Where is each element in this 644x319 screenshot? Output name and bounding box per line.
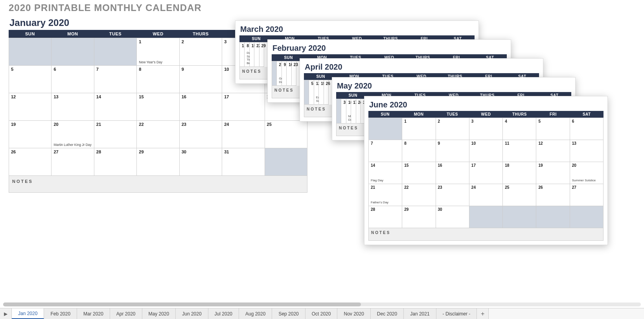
calendar-cell[interactable]: 14Flag Day — [369, 162, 402, 184]
calendar-cell[interactable]: 19 — [9, 121, 52, 148]
calendar-cell[interactable]: 3 — [469, 118, 503, 140]
day-number: 15 — [139, 94, 144, 99]
day-note: Martin Luther King Jr Day — [53, 143, 92, 147]
calendar-cell[interactable]: 2Groundhog Day — [277, 61, 282, 86]
sheet-tab-bar: ▶ Jan 2020Feb 2020Mar 2020Apr 2020May 20… — [0, 308, 644, 319]
add-sheet-button[interactable]: + — [477, 308, 489, 319]
calendar-cell[interactable]: 7 — [369, 140, 402, 162]
calendar-cell[interactable]: 16 — [436, 162, 469, 184]
calendar-cell[interactable]: 14 — [94, 93, 137, 121]
day-note: Daylight Savings Time Begins — [247, 52, 248, 65]
calendar-cell[interactable]: 6 — [570, 118, 604, 140]
sheet-tab[interactable]: Nov 2020 — [337, 308, 370, 319]
scrollbar-thumb[interactable] — [3, 302, 361, 306]
calendar-cell[interactable]: 19 — [319, 80, 324, 105]
calendar-cell[interactable]: 29 — [137, 148, 179, 176]
calendar-cell[interactable]: 1 — [240, 42, 245, 67]
calendar-cell[interactable]: 28 — [94, 148, 137, 176]
calendar-cell[interactable]: 20Martin Luther King Jr Day — [52, 121, 94, 148]
calendar-cell-blank — [369, 118, 402, 140]
calendar-cell[interactable]: 15 — [402, 162, 436, 184]
day-number: 22 — [404, 185, 408, 190]
calendar-cell[interactable]: 8 — [137, 66, 179, 93]
calendar-cell[interactable]: 17 — [469, 162, 503, 184]
calendar-cell[interactable]: 20Summer Solstice — [570, 162, 604, 184]
calendar-cell[interactable]: 9 — [180, 66, 222, 93]
calendar-cell[interactable]: 29 — [259, 42, 264, 67]
calendar-cell[interactable]: 10Mother's Day — [346, 99, 351, 124]
calendar-cell[interactable]: 15 — [137, 93, 179, 121]
day-number: 8 — [139, 67, 141, 72]
sheet-tab[interactable]: Jan 2021 — [404, 308, 436, 319]
calendar-cell[interactable]: 26 — [324, 80, 329, 105]
calendar-cell[interactable]: 23 — [180, 121, 222, 148]
calendar-cell[interactable]: 16 — [180, 93, 222, 121]
calendar-cell[interactable]: 12 — [9, 93, 52, 121]
tab-nav-button[interactable]: ▶ — [0, 308, 12, 319]
calendar-cell[interactable]: 29 — [402, 206, 436, 228]
sheet-tab[interactable]: Jul 2020 — [208, 308, 239, 319]
calendar-cell[interactable]: 5 — [9, 66, 52, 93]
calendar-cell[interactable]: 24 — [469, 184, 503, 206]
sheet-tab[interactable]: Feb 2020 — [44, 308, 77, 319]
calendar-cell[interactable]: 21 — [94, 121, 137, 148]
calendar-cell[interactable]: 10 — [469, 140, 503, 162]
calendar-cell[interactable]: 13 — [570, 140, 604, 162]
calendar-cell[interactable]: 27 — [570, 184, 604, 206]
calendar-cell[interactable]: 28 — [369, 206, 402, 228]
sheet-tab[interactable]: Jan 2020 — [12, 308, 44, 319]
calendar-cell[interactable]: 5 — [309, 80, 314, 105]
calendar-cell[interactable]: 24 — [356, 99, 361, 124]
calendar-cell[interactable]: 25 — [265, 121, 307, 148]
day-number: 10 — [471, 141, 476, 146]
calendar-cell[interactable]: 22 — [137, 121, 179, 148]
calendar-cell[interactable]: 26 — [536, 184, 570, 206]
calendar-cell[interactable]: 18 — [503, 162, 536, 184]
calendar-cell[interactable]: 8Daylight Savings Time Begins — [245, 42, 249, 67]
sheet-tab[interactable]: Jun 2020 — [176, 308, 208, 319]
calendar-cell[interactable]: 2 — [436, 118, 469, 140]
horizontal-scrollbar[interactable] — [3, 302, 641, 306]
calendar-cell[interactable]: 17 — [351, 99, 356, 124]
calendar-cell[interactable]: 21Father's Day — [369, 184, 402, 206]
calendar-cell[interactable]: 30 — [436, 206, 469, 228]
calendar-cell[interactable]: 24 — [222, 121, 265, 148]
calendar-cell[interactable]: 5 — [536, 118, 570, 140]
calendar-cell[interactable]: 11 — [503, 140, 536, 162]
calendar-cell[interactable]: 12Easter Sunday — [314, 80, 319, 105]
sheet-tab[interactable]: Mar 2020 — [77, 308, 110, 319]
calendar-cell[interactable]: 4 — [503, 118, 536, 140]
calendar-cell[interactable]: 3 — [341, 99, 346, 124]
calendar-cell[interactable]: 1 — [402, 118, 436, 140]
calendar-cell[interactable]: 27 — [52, 148, 94, 176]
sheet-tab[interactable]: - Disclaimer - — [436, 308, 477, 319]
calendar-cell[interactable]: 9 — [282, 61, 287, 86]
calendar-cell[interactable]: 22 — [402, 184, 436, 206]
calendar-cell[interactable]: 16 — [287, 61, 291, 86]
calendar-cell[interactable]: 15 — [250, 42, 254, 67]
sheet-tab[interactable]: Dec 2020 — [371, 308, 404, 319]
calendar-cell[interactable]: 30 — [180, 148, 222, 176]
sheet-tab[interactable]: Sep 2020 — [272, 308, 305, 319]
calendar-cell[interactable]: 31 — [222, 148, 265, 176]
calendar-cell[interactable]: 23 — [436, 184, 469, 206]
calendar-cell[interactable]: 13 — [52, 93, 94, 121]
sheet-tab[interactable]: Oct 2020 — [305, 308, 338, 319]
calendar-cell[interactable]: 12 — [536, 140, 570, 162]
sheet-tab[interactable]: Aug 2020 — [239, 308, 272, 319]
calendar-cell[interactable]: 25 — [503, 184, 536, 206]
calendar-cell[interactable]: 19 — [536, 162, 570, 184]
calendar-cell[interactable]: 26 — [9, 148, 52, 176]
calendar-cell[interactable]: 7 — [94, 66, 137, 93]
calendar-cell[interactable]: 23 — [292, 61, 296, 86]
calendar-cell[interactable]: 2 — [180, 38, 222, 66]
calendar-cell[interactable]: 6 — [52, 66, 94, 93]
calendar-cell[interactable]: 9 — [436, 140, 469, 162]
calendar-cell[interactable]: 22 — [254, 42, 259, 67]
day-number: 29 — [139, 149, 144, 154]
sheet-tab[interactable]: Apr 2020 — [110, 308, 142, 319]
sheet-tab[interactable]: May 2020 — [142, 308, 176, 319]
calendar-cell[interactable]: 8 — [402, 140, 436, 162]
calendar-cell[interactable]: 17 — [222, 93, 265, 121]
calendar-cell[interactable]: 1New Year's Day — [137, 38, 179, 66]
